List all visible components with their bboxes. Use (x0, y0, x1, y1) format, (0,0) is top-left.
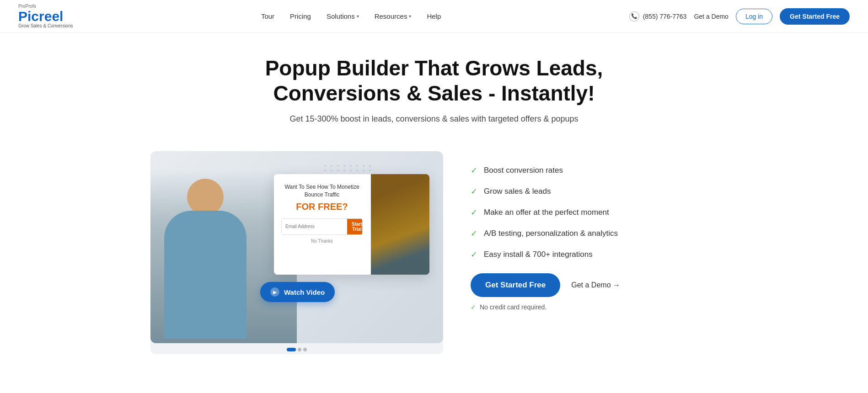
scroll-dot-2[interactable] (298, 348, 301, 351)
no-cc-text: No credit card required. (480, 303, 547, 311)
logo[interactable]: ProProfs Picreel Grow Sales & Conversion… (18, 4, 73, 28)
phone-area: 📞 (855) 776-7763 (629, 11, 687, 21)
play-icon: ▶ (270, 287, 279, 297)
watch-video-label: Watch Video (284, 288, 325, 296)
header-get-demo-link[interactable]: Get a Demo (694, 13, 728, 20)
check-icon-5: ✓ (471, 250, 477, 260)
popup-start-trial-button[interactable]: Start Trial (347, 219, 363, 234)
scroll-dots (150, 343, 443, 354)
check-icon-2: ✓ (471, 186, 477, 196)
person-background: ✕ Want To See How To Monetize Bounce Tra… (150, 151, 443, 343)
header: ProProfs Picreel Grow Sales & Conversion… (0, 0, 868, 33)
watch-video-button[interactable]: ▶ Watch Video (260, 282, 335, 302)
feature-text-1: Boost conversion rates (484, 165, 563, 176)
feature-item-1: ✓ Boost conversion rates (471, 165, 718, 176)
scroll-dot-3[interactable] (303, 348, 307, 351)
nav-help[interactable]: Help (420, 9, 447, 24)
popup-title: Want To See How To Monetize Bounce Traff… (281, 183, 363, 199)
feature-item-2: ✓ Grow sales & leads (471, 186, 718, 197)
feature-text-2: Grow sales & leads (484, 186, 551, 197)
feature-text-3: Make an offer at the perfect moment (484, 207, 609, 218)
logo-tagline: Grow Sales & Conversions (18, 24, 73, 28)
main-get-demo-link[interactable]: Get a Demo → (571, 281, 620, 289)
nav-resources[interactable]: Resources ▾ (368, 9, 418, 24)
hero-section: Popup Builder That Grows Leads, Conversi… (0, 33, 868, 138)
check-icon-1: ✓ (471, 165, 477, 175)
cta-row: Get Started Free Get a Demo → (471, 273, 718, 297)
logo-proprofs: ProProfs (18, 4, 73, 9)
popup-content: Want To See How To Monetize Bounce Traff… (274, 174, 370, 275)
check-icon-4: ✓ (471, 228, 477, 239)
header-get-started-button[interactable]: Get Started Free (780, 8, 850, 25)
solutions-chevron-icon: ▾ (357, 14, 359, 19)
main-get-started-button[interactable]: Get Started Free (471, 273, 560, 297)
logo-picreel: Picreel (18, 9, 73, 24)
check-icon-3: ✓ (471, 207, 477, 218)
feature-text-4: A/B testing, personalization & analytics (484, 228, 618, 239)
hero-features: ✓ Boost conversion rates ✓ Grow sales & … (471, 151, 718, 311)
hero-content: ✕ Want To See How To Monetize Bounce Tra… (114, 138, 754, 354)
person-head (187, 179, 224, 215)
popup-for-free: FOR FREE? (281, 202, 363, 212)
no-credit-card: ✓ No credit card required. (471, 303, 718, 311)
hero-headline: Popup Builder That Grows Leads, Conversi… (228, 56, 640, 106)
phone-number: (855) 776-7763 (643, 13, 687, 20)
feature-item-3: ✓ Make an offer at the perfect moment (471, 207, 718, 218)
feature-item-4: ✓ A/B testing, personalization & analyti… (471, 228, 718, 239)
popup-mockup: ✕ Want To See How To Monetize Bounce Tra… (274, 174, 429, 275)
popup-woman-image (371, 174, 429, 275)
feature-item-5: ✓ Easy install & 700+ integrations (471, 249, 718, 260)
popup-email-row: Start Trial (281, 218, 363, 235)
feature-text-5: Easy install & 700+ integrations (484, 249, 593, 260)
phone-icon: 📞 (629, 11, 639, 21)
popup-no-thanks[interactable]: No Thanks (281, 239, 363, 244)
resources-chevron-icon: ▾ (409, 14, 411, 19)
main-nav: Tour Pricing Solutions ▾ Resources ▾ Hel… (255, 9, 447, 24)
scroll-dot-1[interactable] (287, 348, 296, 351)
nav-pricing[interactable]: Pricing (284, 9, 317, 24)
nav-tour[interactable]: Tour (255, 9, 281, 24)
hero-subheadline: Get 15-300% boost in leads, conversions … (289, 114, 578, 124)
login-button[interactable]: Log in (736, 9, 772, 24)
hero-image-area: ✕ Want To See How To Monetize Bounce Tra… (150, 151, 443, 354)
no-cc-check-icon: ✓ (471, 303, 476, 311)
popup-email-input[interactable] (282, 219, 347, 234)
header-right: 📞 (855) 776-7763 Get a Demo Log in Get S… (629, 8, 850, 25)
person-body (164, 211, 246, 339)
nav-solutions[interactable]: Solutions ▾ (320, 9, 365, 24)
